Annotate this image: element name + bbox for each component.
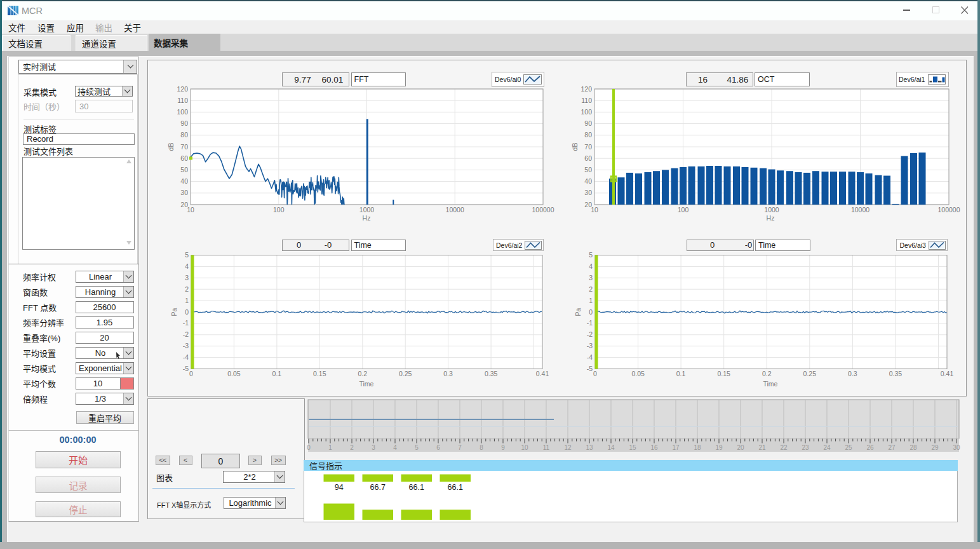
svg-text:80: 80 xyxy=(180,131,188,139)
svg-text:0.41: 0.41 xyxy=(536,370,549,377)
svg-text:100000: 100000 xyxy=(937,206,960,214)
svg-text:21: 21 xyxy=(758,444,766,451)
svg-text:0.15: 0.15 xyxy=(717,370,730,377)
svg-text:24: 24 xyxy=(823,444,831,451)
svg-text:5: 5 xyxy=(185,251,189,259)
svg-text:100: 100 xyxy=(678,206,689,214)
svg-text:4: 4 xyxy=(185,262,189,270)
svg-text:20: 20 xyxy=(737,444,744,451)
svg-text:4: 4 xyxy=(589,262,593,270)
svg-text:0.25: 0.25 xyxy=(803,370,817,377)
svg-text:10: 10 xyxy=(187,206,194,214)
svg-text:-4: -4 xyxy=(587,353,593,361)
svg-text:Time: Time xyxy=(359,380,374,388)
svg-text:100: 100 xyxy=(581,108,592,116)
svg-text:30: 30 xyxy=(584,189,592,196)
svg-text:70: 70 xyxy=(584,143,592,151)
svg-text:2: 2 xyxy=(589,285,593,293)
svg-text:18: 18 xyxy=(694,444,701,451)
svg-text:dB: dB xyxy=(571,143,579,151)
svg-text:0: 0 xyxy=(307,444,311,451)
svg-text:3: 3 xyxy=(372,444,375,451)
svg-text:1000: 1000 xyxy=(764,206,779,214)
svg-text:25: 25 xyxy=(845,444,852,451)
svg-text:9: 9 xyxy=(501,444,505,451)
svg-text:0.35: 0.35 xyxy=(485,370,498,377)
svg-text:70: 70 xyxy=(180,143,188,151)
svg-text:110: 110 xyxy=(177,97,188,104)
svg-text:0.35: 0.35 xyxy=(889,370,903,377)
svg-text:120: 120 xyxy=(177,85,188,93)
svg-text:27: 27 xyxy=(888,444,896,451)
svg-text:-4: -4 xyxy=(183,353,189,361)
svg-text:-5: -5 xyxy=(587,365,593,372)
svg-text:-5: -5 xyxy=(183,365,189,372)
svg-text:11: 11 xyxy=(543,444,550,451)
svg-text:0: 0 xyxy=(589,308,593,316)
svg-text:0: 0 xyxy=(593,370,597,377)
svg-text:0.2: 0.2 xyxy=(358,370,367,377)
svg-text:50: 50 xyxy=(180,166,188,173)
svg-text:0: 0 xyxy=(189,370,193,377)
svg-text:80: 80 xyxy=(584,131,592,139)
svg-text:94: 94 xyxy=(335,483,344,492)
svg-text:66.7: 66.7 xyxy=(370,483,386,492)
svg-text:0.05: 0.05 xyxy=(631,370,645,377)
svg-text:29: 29 xyxy=(931,444,939,451)
svg-text:30: 30 xyxy=(953,444,960,451)
svg-text:Time: Time xyxy=(763,380,778,388)
svg-text:10: 10 xyxy=(591,206,598,214)
svg-text:0.3: 0.3 xyxy=(443,370,453,377)
svg-text:0.05: 0.05 xyxy=(227,370,241,377)
svg-text:0.41: 0.41 xyxy=(941,370,954,377)
svg-text:-1: -1 xyxy=(587,319,593,327)
svg-text:Hz: Hz xyxy=(767,214,775,222)
svg-text:23: 23 xyxy=(802,444,809,451)
svg-text:0: 0 xyxy=(185,308,189,316)
svg-text:100: 100 xyxy=(273,206,285,214)
svg-text:0.15: 0.15 xyxy=(313,370,326,377)
svg-text:15: 15 xyxy=(629,444,636,451)
svg-text:Pa: Pa xyxy=(574,308,582,316)
svg-text:100: 100 xyxy=(177,108,188,116)
svg-text:26: 26 xyxy=(866,444,874,451)
svg-text:7: 7 xyxy=(458,444,462,451)
svg-text:120: 120 xyxy=(581,85,592,93)
svg-text:5: 5 xyxy=(589,251,593,259)
svg-text:10000: 10000 xyxy=(851,206,869,214)
svg-text:16: 16 xyxy=(650,444,658,451)
svg-text:2: 2 xyxy=(350,444,354,451)
svg-text:6: 6 xyxy=(436,444,440,451)
svg-text:-3: -3 xyxy=(183,342,189,349)
svg-text:110: 110 xyxy=(581,97,592,104)
svg-text:8: 8 xyxy=(480,444,483,451)
svg-text:-3: -3 xyxy=(587,342,593,349)
svg-text:3: 3 xyxy=(185,274,189,281)
svg-text:2: 2 xyxy=(185,285,189,293)
svg-text:3: 3 xyxy=(589,274,593,281)
svg-text:17: 17 xyxy=(672,444,680,451)
svg-text:30: 30 xyxy=(180,189,188,196)
svg-text:1000: 1000 xyxy=(359,206,375,214)
svg-text:-2: -2 xyxy=(587,330,593,338)
svg-text:0.3: 0.3 xyxy=(848,370,857,377)
svg-text:1: 1 xyxy=(589,297,593,304)
svg-text:50: 50 xyxy=(584,166,592,173)
svg-text:13: 13 xyxy=(586,444,593,451)
svg-text:100000: 100000 xyxy=(532,206,554,214)
svg-text:12: 12 xyxy=(564,444,572,451)
svg-text:0.1: 0.1 xyxy=(676,370,686,377)
svg-text:40: 40 xyxy=(584,177,592,185)
svg-text:-2: -2 xyxy=(183,330,189,338)
svg-text:22: 22 xyxy=(780,444,788,451)
svg-text:28: 28 xyxy=(910,444,917,451)
svg-text:dB: dB xyxy=(167,143,175,151)
svg-text:0.2: 0.2 xyxy=(762,370,772,377)
svg-text:19: 19 xyxy=(715,444,723,451)
svg-text:Hz: Hz xyxy=(363,214,371,222)
svg-text:0.1: 0.1 xyxy=(272,370,282,377)
svg-text:10: 10 xyxy=(521,444,528,451)
svg-text:40: 40 xyxy=(180,177,188,185)
svg-text:60: 60 xyxy=(584,154,592,162)
svg-text:90: 90 xyxy=(584,119,592,127)
